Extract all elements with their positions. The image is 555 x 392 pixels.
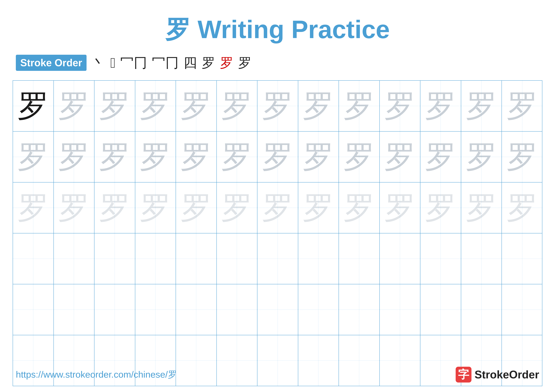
- char-r2-c9: 罗: [343, 141, 375, 173]
- grid-cell-r5-c4[interactable]: [135, 284, 176, 335]
- grid-cell-r4-c4[interactable]: [135, 233, 176, 284]
- footer-url[interactable]: https://www.strokeorder.com/chinese/罗: [16, 368, 177, 381]
- char-r1-c12: 罗: [466, 90, 497, 122]
- grid-cell-r5-c1[interactable]: [13, 284, 54, 335]
- grid-cell-r5-c2[interactable]: [54, 284, 95, 335]
- stroke-order-row: Stroke Order 丶 𠃍 冖冂 冖冂 四 罗 罗 罗: [0, 53, 555, 72]
- grid-cell-r4-c9[interactable]: [339, 233, 380, 284]
- char-r1-c10: 罗: [384, 90, 416, 122]
- grid-cell-r1-c2[interactable]: 罗: [54, 81, 95, 131]
- grid-cell-r5-c6[interactable]: [217, 284, 258, 335]
- grid-cell-r4-c8[interactable]: [298, 233, 339, 284]
- char-r2-c7: 罗: [262, 141, 293, 173]
- char-r3-c8: 罗: [302, 192, 334, 224]
- grid-cell-r1-c4[interactable]: 罗: [135, 81, 176, 131]
- grid-cell-r2-c13[interactable]: 罗: [502, 132, 543, 182]
- grid-cell-r4-c6[interactable]: [217, 233, 258, 284]
- grid-row-1: 罗 罗 罗 罗 罗 罗 罗 罗 罗 罗 罗 罗 罗: [13, 81, 542, 132]
- grid-cell-r5-c9[interactable]: [339, 284, 380, 335]
- grid-cell-r2-c10[interactable]: 罗: [380, 132, 421, 182]
- grid-cell-r4-c1[interactable]: [13, 233, 54, 284]
- char-r2-c12: 罗: [466, 141, 497, 173]
- grid-cell-r3-c8[interactable]: 罗: [298, 183, 339, 233]
- char-r1-c3: 罗: [99, 90, 131, 122]
- char-r2-c8: 罗: [302, 141, 334, 173]
- grid-cell-r3-c10[interactable]: 罗: [380, 183, 421, 233]
- grid-cell-r5-c3[interactable]: [95, 284, 135, 335]
- grid-cell-r1-c6[interactable]: 罗: [217, 81, 258, 131]
- grid-cell-r4-c10[interactable]: [380, 233, 421, 284]
- char-r2-c10: 罗: [384, 141, 416, 173]
- grid-cell-r1-c12[interactable]: 罗: [461, 81, 502, 131]
- grid-cell-r2-c3[interactable]: 罗: [95, 132, 135, 182]
- grid-cell-r5-c8[interactable]: [298, 284, 339, 335]
- grid-cell-r5-c12[interactable]: [461, 284, 502, 335]
- grid-cell-r5-c5[interactable]: [176, 284, 217, 335]
- grid-cell-r4-c7[interactable]: [257, 233, 298, 284]
- stroke-step-7: 罗: [220, 54, 233, 72]
- char-r3-c1: 罗: [17, 192, 49, 224]
- grid-cell-r1-c10[interactable]: 罗: [380, 81, 421, 131]
- grid-cell-r4-c2[interactable]: [54, 233, 95, 284]
- grid-cell-r2-c11[interactable]: 罗: [420, 132, 461, 182]
- grid-cell-r1-c5[interactable]: 罗: [176, 81, 217, 131]
- grid-cell-r3-c1[interactable]: 罗: [13, 183, 54, 233]
- grid-cell-r2-c7[interactable]: 罗: [257, 132, 298, 182]
- grid-cell-r5-c13[interactable]: [502, 284, 543, 335]
- grid-cell-r4-c13[interactable]: [502, 233, 543, 284]
- char-r3-c3: 罗: [99, 192, 131, 224]
- char-r3-c10: 罗: [384, 192, 416, 224]
- stroke-step-6: 罗: [202, 54, 215, 72]
- grid-cell-r4-c5[interactable]: [176, 233, 217, 284]
- grid-cell-r3-c9[interactable]: 罗: [339, 183, 380, 233]
- grid-cell-r2-c1[interactable]: 罗: [13, 132, 54, 182]
- grid-cell-r3-c6[interactable]: 罗: [217, 183, 258, 233]
- grid-cell-r5-c7[interactable]: [257, 284, 298, 335]
- grid-cell-r3-c2[interactable]: 罗: [54, 183, 95, 233]
- grid-cell-r5-c11[interactable]: [420, 284, 461, 335]
- grid-cell-r1-c8[interactable]: 罗: [298, 81, 339, 131]
- title-area: 罗 Writing Practice: [0, 0, 555, 47]
- title-chinese-char: 罗: [165, 15, 190, 43]
- grid-cell-r5-c10[interactable]: [380, 284, 421, 335]
- grid-cell-r3-c5[interactable]: 罗: [176, 183, 217, 233]
- grid-cell-r3-c3[interactable]: 罗: [95, 183, 135, 233]
- grid-cell-r3-c11[interactable]: 罗: [420, 183, 461, 233]
- grid-cell-r2-c9[interactable]: 罗: [339, 132, 380, 182]
- grid-cell-r4-c12[interactable]: [461, 233, 502, 284]
- char-r1-c9: 罗: [343, 90, 375, 122]
- grid-cell-r3-c4[interactable]: 罗: [135, 183, 176, 233]
- char-r1-c5: 罗: [180, 90, 212, 122]
- grid-cell-r2-c6[interactable]: 罗: [217, 132, 258, 182]
- char-r2-c5: 罗: [180, 141, 212, 173]
- char-r2-c1: 罗: [17, 141, 49, 173]
- grid-cell-r2-c4[interactable]: 罗: [135, 132, 176, 182]
- grid-cell-r1-c3[interactable]: 罗: [95, 81, 135, 131]
- grid-cell-r2-c2[interactable]: 罗: [54, 132, 95, 182]
- char-r1-c7: 罗: [262, 90, 293, 122]
- grid-cell-r3-c7[interactable]: 罗: [257, 183, 298, 233]
- grid-cell-r1-c13[interactable]: 罗: [502, 81, 543, 131]
- grid-cell-r1-c1[interactable]: 罗: [13, 81, 54, 131]
- grid-cell-r3-c13[interactable]: 罗: [502, 183, 543, 233]
- char-r2-c6: 罗: [221, 141, 253, 173]
- grid-cell-r4-c3[interactable]: [95, 233, 135, 284]
- grid-row-5: [13, 284, 542, 335]
- title-text: Writing Practice: [190, 15, 390, 43]
- stroke-step-2: 𠃍: [110, 55, 116, 71]
- grid-cell-r4-c11[interactable]: [420, 233, 461, 284]
- grid-cell-r3-c12[interactable]: 罗: [461, 183, 502, 233]
- grid-cell-r1-c7[interactable]: 罗: [257, 81, 298, 131]
- char-r1-c8: 罗: [302, 90, 334, 122]
- char-r3-c4: 罗: [139, 192, 171, 224]
- grid-cell-r1-c9[interactable]: 罗: [339, 81, 380, 131]
- char-r1-c2: 罗: [58, 90, 90, 122]
- grid-cell-r2-c12[interactable]: 罗: [461, 132, 502, 182]
- stroke-order-badge: Stroke Order: [16, 55, 87, 71]
- grid-cell-r1-c11[interactable]: 罗: [420, 81, 461, 131]
- grid-cell-r2-c5[interactable]: 罗: [176, 132, 217, 182]
- char-r1-c13: 罗: [506, 90, 538, 122]
- writing-grid: 罗 罗 罗 罗 罗 罗 罗 罗 罗 罗 罗 罗 罗 罗 罗 罗 罗 罗 罗 罗 …: [13, 80, 542, 386]
- char-r3-c2: 罗: [58, 192, 90, 224]
- grid-cell-r2-c8[interactable]: 罗: [298, 132, 339, 182]
